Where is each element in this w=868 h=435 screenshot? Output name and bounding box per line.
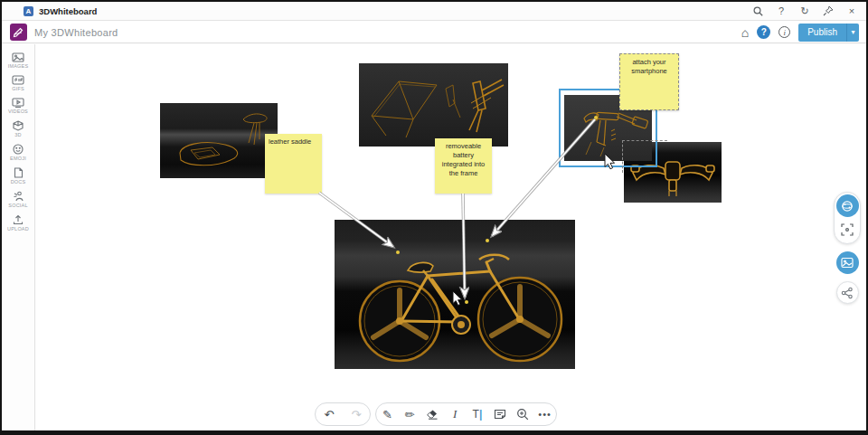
search-icon[interactable] [752,5,763,16]
view-tools-group [834,192,861,244]
share-network-button[interactable] [836,281,859,304]
sidebar-label: 3D [14,132,21,137]
text-tool-button[interactable]: T| [468,405,486,423]
pen-tool-button[interactable]: ✎ [378,405,396,423]
drawing-toolbar: ✎ ✏ I T| ••• [375,402,557,426]
text-select-tool-button[interactable]: I [446,405,464,423]
emoji-icon [13,144,24,155]
docs-icon [14,167,24,178]
sidebar-item-videos[interactable]: VIDEOS [2,95,34,118]
sidebar-item-social[interactable]: SOCIAL [2,188,34,212]
videos-icon [12,98,24,108]
canvas-image-saddle-sketch[interactable] [160,103,278,178]
canvas-image-bike-render[interactable] [335,220,575,369]
sticky-note-leather-saddle[interactable]: leather saddle [265,134,322,194]
app-icon: A [24,6,33,16]
text-cursor-glyph: | [479,408,482,421]
sidebar-label: GIFS [12,86,24,91]
crop-capture-button[interactable] [839,222,855,238]
home-icon[interactable]: ⌂ [741,26,749,39]
window-titlebar: A 3DWhiteboard ? ↻ × [2,2,866,21]
zoom-tool-button[interactable] [514,405,532,423]
pin-icon[interactable] [823,5,834,16]
asset-sidebar: IMAGES GIFS VIDEOS 3D EMOJI DOCS SOCIAL [2,44,35,430]
window-title: 3DWhiteboard [39,6,97,16]
dashed-selection-corner [622,140,667,173]
sidebar-item-images[interactable]: IMAGES [2,50,34,72]
sticky-note-smartphone[interactable]: attach your smartphone [619,53,679,110]
sidebar-item-3d[interactable]: 3D [2,118,34,141]
text-tool-glyph: T [473,408,479,421]
media-panel-button[interactable] [836,251,859,274]
sidebar-item-upload[interactable]: UPLOAD [2,212,34,235]
gifs-icon [12,75,24,85]
history-toolbar: ↶ ↷ [315,402,371,426]
more-tools-button[interactable]: ••• [536,405,554,423]
sidebar-label: VIDEOS [8,109,28,114]
sidebar-item-emoji[interactable]: EMOJI [2,141,34,165]
app-toolbar: My 3DWhiteboard ⌂ ? i Publish ▾ [2,22,866,43]
info-icon[interactable]: i [778,26,790,38]
sidebar-label: IMAGES [8,63,29,69]
sidebar-item-docs[interactable]: DOCS [2,165,34,188]
sticky-note-tool-button[interactable] [491,405,509,423]
undo-button[interactable]: ↶ [320,405,338,423]
whiteboard-logo-icon[interactable] [10,24,27,41]
cube-3d-icon [13,120,24,131]
sticky-note-battery[interactable]: removeable battery integrated into the f… [435,138,492,194]
sidebar-label: DOCS [11,179,26,184]
eraser-tool-button[interactable] [423,405,441,423]
images-icon [12,52,24,62]
publish-dropdown-button[interactable]: ▾ [846,24,859,42]
upload-icon [13,214,24,225]
app-window: A 3DWhiteboard ? ↻ × My 3DWhiteboard ⌂ ?… [0,0,868,435]
help-circle-icon[interactable]: ? [757,25,770,39]
social-icon [13,191,24,202]
sidebar-item-gifs[interactable]: GIFS [2,72,34,95]
right-toolbar [834,192,861,304]
help-icon[interactable]: ? [776,5,787,16]
board-title[interactable]: My 3DWhiteboard [34,27,118,38]
redo-button[interactable]: ↷ [347,405,365,423]
sidebar-label: SOCIAL [8,203,27,208]
sidebar-label: EMOJI [10,156,26,161]
canvas-image-frame-sketches[interactable] [359,63,508,147]
close-icon[interactable]: × [846,5,857,16]
marker-tool-button[interactable]: ✏ [401,405,419,423]
view-3d-button[interactable] [836,194,859,217]
sidebar-label: UPLOAD [7,226,29,232]
publish-button[interactable]: Publish [798,24,846,42]
refresh-icon[interactable]: ↻ [799,5,810,16]
